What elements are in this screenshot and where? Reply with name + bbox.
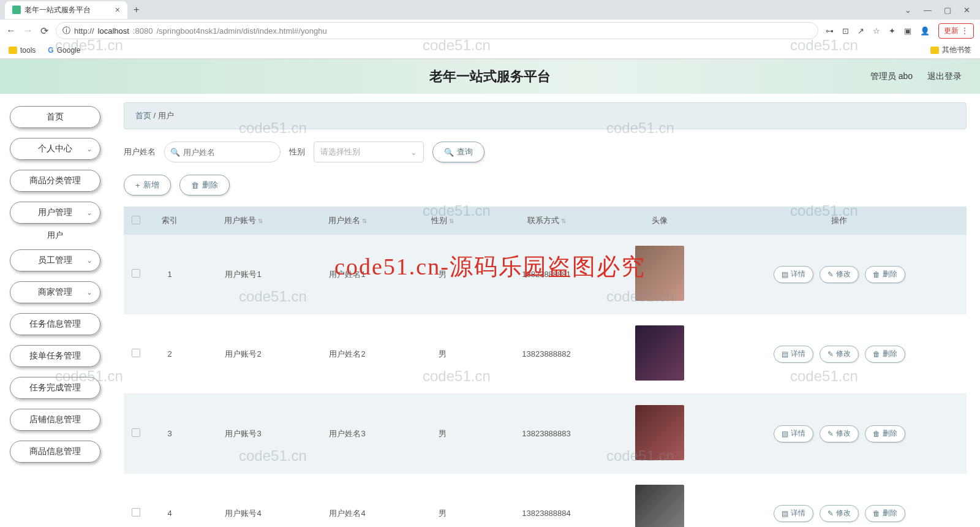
edit-button[interactable]: ✎修改	[820, 266, 859, 283]
row-checkbox[interactable]	[132, 508, 140, 517]
logout-link[interactable]: 退出登录	[927, 71, 962, 82]
search-button[interactable]: 🔍查询	[432, 142, 484, 162]
profile-icon[interactable]: 👤	[920, 26, 930, 36]
delete-button[interactable]: 🗑删除	[179, 175, 230, 195]
row-delete-button[interactable]: 🗑删除	[865, 505, 905, 522]
sidebar-item-home[interactable]: 首页	[10, 106, 100, 128]
cell-avatar	[608, 314, 712, 394]
sidebar-item-task-accept[interactable]: 接单任务管理	[10, 345, 100, 367]
app-banner: 老年一站式服务平台 管理员 abo 退出登录	[0, 59, 980, 94]
breadcrumb-current: 用户	[158, 111, 174, 120]
th-gender[interactable]: 性别⇅	[399, 207, 485, 235]
address-bar[interactable]: ⓘ http://localhost:8080/springboot4nsk1/…	[56, 22, 818, 39]
sidebar-item-shop-info[interactable]: 店铺信息管理	[10, 409, 100, 431]
chevron-down-icon[interactable]: ⌄	[905, 6, 911, 15]
th-account[interactable]: 用户账号⇅	[191, 207, 295, 235]
forward-icon[interactable]: →	[23, 25, 33, 36]
cell-gender: 男	[399, 474, 485, 528]
cell-name: 用户姓名4	[295, 474, 399, 528]
detail-button[interactable]: ▤详情	[774, 346, 813, 363]
breadcrumb-home[interactable]: 首页	[135, 111, 151, 120]
detail-button[interactable]: ▤详情	[774, 505, 813, 522]
edit-icon: ✎	[827, 430, 834, 438]
avatar	[635, 485, 684, 527]
sidebar-item-user-mgmt[interactable]: 用户管理	[10, 202, 100, 224]
edit-button[interactable]: ✎修改	[820, 346, 859, 363]
trash-icon: 🗑	[873, 430, 880, 438]
edit-button[interactable]: ✎修改	[820, 505, 859, 522]
sidebar-item-task-info[interactable]: 任务信息管理	[10, 313, 100, 335]
th-ops: 操作	[712, 207, 967, 235]
cell-index: 4	[148, 474, 191, 528]
sidebar-item-goods-info[interactable]: 商品信息管理	[10, 441, 100, 463]
folder-icon	[9, 47, 17, 54]
edit-button[interactable]: ✎修改	[820, 425, 859, 442]
filter-name-label: 用户姓名	[124, 146, 156, 157]
maximize-icon[interactable]: ▢	[944, 6, 951, 15]
star-icon[interactable]: ☆	[873, 26, 880, 36]
bookmark-other[interactable]: 其他书签	[930, 45, 971, 55]
bookmark-tools[interactable]: tools	[9, 46, 36, 55]
url-scheme: http://	[74, 26, 94, 36]
sidebar-item-staff[interactable]: 员工管理	[10, 249, 100, 271]
favicon-icon	[12, 6, 21, 14]
avatar	[635, 246, 684, 301]
row-delete-button[interactable]: 🗑删除	[865, 425, 905, 442]
row-delete-button[interactable]: 🗑删除	[865, 346, 905, 363]
reload-icon[interactable]: ⟳	[40, 25, 48, 37]
row-checkbox[interactable]	[132, 349, 140, 357]
key-icon[interactable]: ⊶	[826, 26, 834, 36]
row-delete-button[interactable]: 🗑删除	[865, 266, 905, 283]
bookmark-google[interactable]: GGoogle	[48, 46, 80, 55]
translate-icon[interactable]: ⊡	[842, 26, 849, 36]
sidebar-item-profile[interactable]: 个人中心	[10, 138, 100, 160]
filter-name-wrap: 🔍	[164, 142, 281, 162]
edit-icon: ✎	[827, 509, 834, 518]
row-actions: ▤详情✎修改🗑删除	[717, 266, 962, 283]
google-icon: G	[48, 46, 53, 55]
app-title: 老年一站式服务平台	[429, 67, 551, 86]
back-icon[interactable]: ←	[6, 25, 16, 36]
cell-name: 用户姓名1	[295, 235, 399, 314]
sidebar-item-merchant[interactable]: 商家管理	[10, 281, 100, 303]
th-name[interactable]: 用户姓名⇅	[295, 207, 399, 235]
plus-icon: +	[135, 181, 140, 190]
admin-label[interactable]: 管理员 abo	[870, 71, 913, 82]
cell-account: 用户账号2	[191, 314, 295, 394]
cell-phone: 13823888882	[485, 314, 608, 394]
panel-icon[interactable]: ▣	[904, 26, 911, 36]
row-actions: ▤详情✎修改🗑删除	[717, 505, 962, 522]
extensions-icon[interactable]: ✦	[889, 26, 895, 36]
new-tab-button[interactable]: +	[127, 4, 145, 15]
add-button[interactable]: +新增	[124, 175, 171, 195]
table-row: 4用户账号4用户姓名4男13823888884▤详情✎修改🗑删除	[124, 474, 967, 528]
sort-icon: ⇅	[561, 218, 566, 224]
row-checkbox[interactable]	[132, 428, 140, 437]
sidebar-item-category[interactable]: 商品分类管理	[10, 170, 100, 192]
detail-button[interactable]: ▤详情	[774, 425, 813, 442]
cell-index: 3	[148, 394, 191, 474]
action-row: +新增 🗑删除	[124, 175, 967, 195]
nav-bar: ← → ⟳ ⓘ http://localhost:8080/springboot…	[0, 20, 980, 42]
cell-account: 用户账号1	[191, 235, 295, 314]
tab-bar: 老年一站式服务平台 × + ⌄ — ▢ ✕	[0, 0, 980, 20]
bookmark-bar: tools GGoogle 其他书签	[0, 42, 980, 59]
filter-name-input[interactable]	[164, 142, 281, 162]
sidebar-sub-user[interactable]: 用户	[10, 230, 100, 241]
detail-button[interactable]: ▤详情	[774, 266, 813, 283]
share-icon[interactable]: ↗	[858, 26, 864, 36]
browser-tab[interactable]: 老年一站式服务平台 ×	[5, 1, 127, 19]
select-all-checkbox[interactable]	[132, 216, 140, 224]
row-checkbox[interactable]	[132, 269, 140, 278]
close-window-icon[interactable]: ✕	[963, 6, 970, 15]
row-actions: ▤详情✎修改🗑删除	[717, 346, 962, 363]
minimize-icon[interactable]: —	[924, 6, 932, 15]
th-avatar: 头像	[608, 207, 712, 235]
sidebar-item-task-done[interactable]: 任务完成管理	[10, 377, 100, 399]
close-icon[interactable]: ×	[115, 5, 120, 15]
filter-gender-select[interactable]: 请选择性别⌄	[314, 142, 424, 162]
update-button[interactable]: 更新⋮	[938, 23, 974, 39]
cell-gender: 男	[399, 235, 485, 314]
info-icon[interactable]: ⓘ	[62, 25, 70, 36]
th-phone[interactable]: 联系方式⇅	[485, 207, 608, 235]
